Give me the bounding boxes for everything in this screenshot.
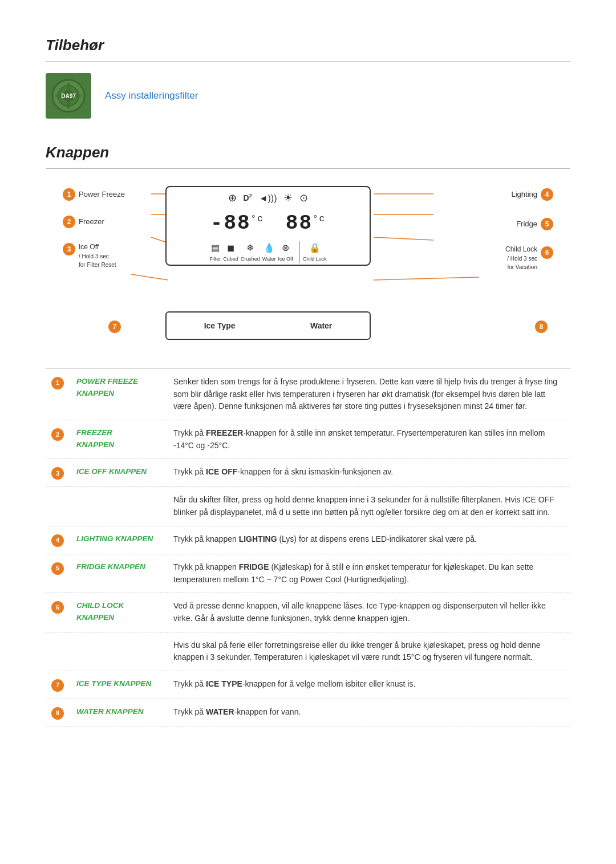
desc-row-3a: 3 ICE OFF KNAPPEN Trykk på ICE OFF-knapp… — [46, 459, 570, 487]
desc-row-2: 2 FREEZERKNAPPEN Trykk på FREEZER-knappe… — [46, 420, 570, 459]
knappen-divider — [46, 168, 570, 169]
description-table: 1 POWER FREEZEKNAPPEN Senker tiden som t… — [46, 368, 570, 727]
badge-2: 2 — [63, 216, 75, 228]
icon-de: D2 — [244, 192, 252, 204]
desc-badge-5: 5 — [51, 562, 64, 575]
badge-8-area: 8 — [535, 321, 548, 333]
desc-label-4: LIGHTING KNAPPEN — [71, 526, 168, 554]
childlock-icon: 🔒 — [309, 241, 321, 255]
diagram-container: 1 Power Freeze 2 Freezer 3 Ice Off/ Hold… — [46, 180, 570, 351]
water-text: Water — [310, 320, 332, 332]
installeringsfilter-link[interactable]: Assy installeringsfilter — [105, 88, 198, 103]
icon-sun: ☀ — [283, 190, 293, 206]
filter-icon-item: ▤ Filter — [209, 241, 221, 263]
fridge-temp: 88°c — [286, 208, 326, 239]
desc-badge-cell-4: 4 — [46, 526, 71, 554]
desc-text-6a: Ved å presse denne knappen, vil alle kna… — [168, 593, 570, 632]
filter-image: DA97 — [46, 73, 91, 119]
desc-badge-cell-3: 3 — [46, 459, 71, 487]
badge-6: 6 — [541, 246, 553, 259]
tilbehor-title: Tilbehør — [46, 34, 570, 56]
desc-text-6b: Hvis du skal på ferie eller forretningsr… — [168, 632, 570, 671]
desc-row-3b: Når du skifter filter, press og hold den… — [46, 487, 570, 526]
desc-label-2: FREEZERKNAPPEN — [71, 420, 168, 459]
desc-row-5: 5 FRIDGE KNAPPEN Trykk på knappen FRIDGE… — [46, 554, 570, 593]
desc-text-4: Trykk på knappen LIGHTING (Lys) for at d… — [168, 526, 570, 554]
desc-row-6a: 6 CHILD LOCKKNAPPEN Ved å presse denne k… — [46, 593, 570, 632]
crushed-label: Crushed — [241, 255, 260, 263]
svg-line-12 — [131, 274, 168, 280]
panel-top-icons: ⊕ D2 ◄))) ☀ ⊙ — [228, 190, 309, 206]
label-power-freeze: 1 Power Freeze — [63, 188, 165, 201]
icon-globe: ⊕ — [228, 190, 237, 206]
cubed-label: Cubed — [223, 255, 238, 263]
water-label-icon: Water — [262, 255, 276, 263]
cubed-icon-item: ◼ Cubed — [223, 241, 238, 263]
knappen-title: Knappen — [46, 141, 570, 164]
icon-speaker: ◄))) — [259, 192, 277, 205]
desc-badge-cell-5: 5 — [46, 554, 71, 593]
iceoff-icon-item: ⊗ Ice Off — [278, 241, 293, 263]
desc-badge-cell-2: 2 — [46, 420, 71, 459]
desc-badge-1: 1 — [51, 377, 64, 390]
desc-row-7: 7 ICE TYPE KNAPPEN Trykk på ICE TYPE-kna… — [46, 671, 570, 699]
badge-4: 4 — [541, 188, 553, 201]
svg-text:DA97: DA97 — [61, 93, 76, 99]
tilbehor-divider — [46, 61, 570, 62]
desc-badge-8: 8 — [51, 707, 64, 720]
desc-label-6b — [71, 632, 168, 671]
desc-badge-cell-6: 6 — [46, 593, 71, 632]
desc-badge-cell-8: 8 — [46, 699, 71, 727]
desc-badge-cell-7: 7 — [46, 671, 71, 699]
desc-label-5: FRIDGE KNAPPEN — [71, 554, 168, 593]
childlock-label-text: Child Lock/ Hold 3 secfor Vacation — [505, 245, 537, 272]
desc-row-1: 1 POWER FREEZEKNAPPEN Senker tiden som t… — [46, 369, 570, 420]
desc-badge-6: 6 — [51, 601, 64, 614]
bottom-panel: 7 Ice Type Water 8 — [63, 311, 553, 351]
filter-label: Filter — [209, 255, 221, 263]
right-labels: Lighting 4 Fridge 5 Child Lock/ Hold 3 s… — [439, 188, 553, 272]
crushed-icon: ❄ — [246, 241, 254, 255]
water-icon: 💧 — [264, 241, 275, 255]
label-childlock: Child Lock/ Hold 3 secfor Vacation 6 — [439, 245, 553, 272]
iceoff-label: Ice Off — [278, 255, 293, 263]
childlock-icon-item: 🔒 Child Lock — [299, 241, 327, 263]
cubed-icon: ◼ — [227, 241, 234, 255]
desc-text-3b: Når du skifter filter, press og hold den… — [168, 487, 570, 526]
badge-7-area: 7 — [108, 321, 121, 333]
label-fridge: Fridge 5 — [439, 218, 553, 230]
badge-5: 5 — [541, 218, 553, 230]
childlock-label: Child Lock — [303, 255, 327, 263]
desc-label-7: ICE TYPE KNAPPEN — [71, 671, 168, 699]
svg-line-13 — [374, 277, 479, 280]
desc-text-7: Trykk på ICE TYPE-knappen for å velge me… — [168, 671, 570, 699]
icon-target: ⊙ — [299, 190, 308, 206]
svg-line-11 — [374, 237, 433, 240]
ice-type-text: Ice Type — [204, 320, 236, 332]
desc-text-3a: Trykk på ICE OFF-knappen for å skru isma… — [168, 459, 570, 487]
desc-empty-6b — [46, 632, 71, 671]
desc-row-6b: Hvis du skal på ferie eller forretningsr… — [46, 632, 570, 671]
panel-bottom-icons: ▤ Filter ◼ Cubed ❄ Crushed 💧 Water — [209, 241, 327, 263]
water-icon-item: 💧 Water — [262, 241, 276, 263]
tilbehor-section: Tilbehør DA97 Assy installeringsfilter — [46, 34, 570, 119]
panel-area: 1 Power Freeze 2 Freezer 3 Ice Off/ Hold… — [63, 180, 553, 306]
display-panel: ⊕ D2 ◄))) ☀ ⊙ -88°c ⠀ 88°c ▤ Filter — [165, 186, 371, 266]
desc-row-4: 4 LIGHTING KNAPPEN Trykk på knappen LIGH… — [46, 526, 570, 554]
ice-off-label: Ice Off/ Hold 3 secfor Filter Reset — [79, 243, 116, 270]
badge-3: 3 — [63, 243, 75, 255]
power-freeze-label: Power Freeze — [79, 189, 125, 200]
desc-label-3: ICE OFF KNAPPEN — [71, 459, 168, 487]
fridge-label-text: Fridge — [516, 218, 537, 230]
desc-badge-4: 4 — [51, 534, 64, 547]
iceoff-icon: ⊗ — [282, 241, 289, 255]
desc-badge-cell-1: 1 — [46, 369, 71, 420]
desc-row-8: 8 WATER KNAPPEN Trykk på WATER-knappen f… — [46, 699, 570, 727]
desc-text-5: Trykk på knappen FRIDGE (Kjøleskap) for … — [168, 554, 570, 593]
desc-label-6: CHILD LOCKKNAPPEN — [71, 593, 168, 632]
knappen-section: Knappen — [46, 141, 570, 727]
lighting-label-text: Lighting — [511, 189, 537, 200]
label-ice-off: 3 Ice Off/ Hold 3 secfor Filter Reset — [63, 243, 165, 270]
label-freezer: 2 Freezer — [63, 216, 165, 228]
desc-badge-2: 2 — [51, 428, 64, 441]
